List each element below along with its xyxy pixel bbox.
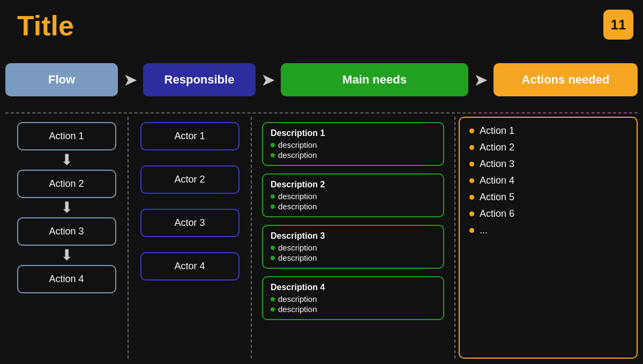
needs-bullet-3-1: description (271, 243, 436, 252)
needs-bullet-1-1: description (271, 140, 436, 149)
responsible-item-3: Actor 3 (140, 209, 240, 237)
action-needed-item-7: ... (469, 225, 627, 236)
header-actions-needed: Actions needed (494, 63, 638, 96)
flow-item-3: Action 3 (17, 217, 116, 246)
bullet-text: description (278, 192, 317, 201)
bullet-text: description (278, 243, 317, 252)
action-needed-item-4: Action 4 (469, 175, 627, 186)
action-bullet-dot-icon (469, 162, 474, 166)
bullet-text: description (278, 253, 317, 262)
needs-bullet-3-2: description (271, 253, 436, 262)
bullet-text: description (278, 150, 317, 160)
responsible-item-4: Actor 4 (140, 252, 240, 280)
action-needed-text: Action 5 (480, 192, 514, 203)
arrow-right-1: ➤ (118, 70, 143, 90)
needs-title-2: Description 2 (271, 180, 436, 189)
action-needed-item-2: Action 2 (469, 142, 627, 153)
action-needed-text: Action 2 (480, 142, 514, 153)
column-responsible: Actor 1Actor 2Actor 3Actor 4 (129, 117, 252, 359)
bullet-dot-icon (271, 246, 275, 250)
action-bullet-dot-icon (469, 145, 474, 150)
action-bullet-dot-icon (469, 178, 474, 183)
header-flow: Flow (5, 63, 118, 96)
bullet-text: description (278, 140, 317, 149)
flow-item-2: Action 2 (17, 170, 116, 198)
action-needed-item-5: Action 5 (469, 192, 627, 203)
needs-bullet-4-2: description (271, 305, 436, 314)
bullet-dot-icon (271, 204, 275, 209)
needs-item-2: Description 2descriptiondescription (262, 173, 444, 217)
flow-down-arrow-2: ⬇ (61, 200, 73, 215)
bullet-dot-icon (271, 153, 275, 157)
action-bullet-dot-icon (469, 211, 474, 216)
needs-item-4: Description 4descriptiondescription (262, 276, 444, 320)
needs-bullet-1-2: description (271, 150, 436, 160)
needs-item-3: Description 3descriptiondescription (262, 225, 444, 269)
flow-down-arrow-3: ⬇ (61, 248, 73, 263)
needs-title-3: Description 3 (271, 231, 436, 241)
bullet-dot-icon (271, 194, 275, 199)
action-needed-text: ... (480, 225, 488, 236)
bullet-dot-icon (271, 307, 275, 312)
page-title: Title (17, 10, 74, 42)
needs-bullet-4-1: description (271, 294, 436, 304)
header-divider (5, 112, 638, 113)
column-main-needs: Description 1descriptiondescriptionDescr… (252, 117, 455, 359)
bullet-dot-icon (271, 297, 275, 301)
action-needed-text: Action 3 (480, 158, 514, 170)
column-flow: Action 1⬇Action 2⬇Action 3⬇Action 4 (5, 117, 129, 359)
action-needed-text: Action 1 (480, 125, 514, 136)
action-needed-text: Action 6 (480, 208, 514, 219)
needs-bullet-2-2: description (271, 202, 436, 211)
action-bullet-dot-icon (469, 195, 474, 200)
content-area: Action 1⬇Action 2⬇Action 3⬇Action 4 Acto… (5, 117, 638, 359)
bullet-dot-icon (271, 143, 275, 147)
responsible-item-2: Actor 2 (140, 165, 240, 194)
arrow-right-2: ➤ (256, 70, 281, 90)
needs-bullet-2-1: description (271, 192, 436, 201)
bullet-text: description (278, 305, 317, 314)
header-responsible: Responsible (143, 63, 256, 96)
action-needed-item-6: Action 6 (469, 208, 627, 219)
column-actions-needed: Action 1Action 2Action 3Action 4Action 5… (459, 117, 638, 359)
action-bullet-dot-icon (469, 128, 474, 133)
needs-title-4: Description 4 (271, 283, 436, 292)
action-needed-item-3: Action 3 (469, 158, 627, 170)
responsible-item-1: Actor 1 (140, 122, 240, 150)
action-bullet-dot-icon (469, 228, 474, 233)
bullet-dot-icon (271, 256, 275, 260)
action-needed-text: Action 4 (480, 175, 514, 186)
action-needed-item-1: Action 1 (469, 125, 627, 136)
needs-item-1: Description 1descriptiondescription (262, 122, 444, 166)
page-number: 11 (603, 10, 633, 40)
header-row: Flow ➤ Responsible ➤ Main needs ➤ Action… (5, 63, 638, 96)
bullet-text: description (278, 202, 317, 211)
arrow-right-3: ➤ (468, 70, 494, 90)
needs-title-1: Description 1 (271, 128, 436, 138)
flow-item-1: Action 1 (17, 122, 116, 150)
bullet-text: description (278, 294, 317, 304)
flow-down-arrow-1: ⬇ (61, 153, 73, 168)
header-main-needs: Main needs (281, 63, 468, 96)
flow-item-4: Action 4 (17, 265, 116, 293)
